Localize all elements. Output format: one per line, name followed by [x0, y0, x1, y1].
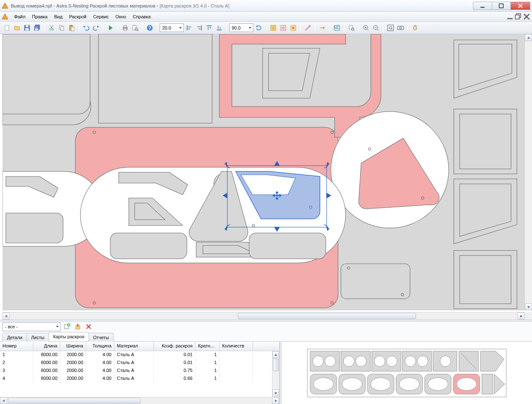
grid-icon[interactable]: [279, 23, 288, 32]
tab-sheets[interactable]: Листы: [27, 333, 49, 342]
sheet-preview[interactable]: [282, 342, 532, 404]
col-thickness[interactable]: Толщина: [86, 342, 114, 351]
export-icon[interactable]: [73, 322, 82, 331]
table-row[interactable]: 38000.002000.004.00Сталь A0.751: [0, 367, 279, 375]
nc-output-icon[interactable]: NC: [332, 23, 341, 32]
tab-nesting-maps[interactable]: Карты раскроя: [49, 332, 89, 341]
svg-point-151: [428, 378, 448, 391]
svg-marker-110: [527, 37, 530, 39]
tab-reports[interactable]: Отчеты: [89, 333, 114, 342]
svg-rect-51: [220, 27, 221, 29]
print-preview-icon[interactable]: [131, 23, 140, 32]
save-all-icon[interactable]: [32, 23, 42, 32]
data-grid[interactable]: Номер Длина Ширина Толщина Материал Коэф…: [0, 342, 280, 404]
zoom-extents-icon[interactable]: [396, 23, 405, 32]
align-top-icon[interactable]: [205, 23, 214, 32]
redo-icon[interactable]: [92, 23, 101, 32]
scroll-right-icon[interactable]: [517, 312, 525, 320]
col-length[interactable]: Длина: [33, 342, 60, 351]
col-qty[interactable]: Количеств: [220, 342, 253, 351]
maximize-button[interactable]: [492, 2, 511, 10]
grid-header: Номер Длина Ширина Толщина Материал Коэф…: [0, 342, 279, 351]
angle-combo[interactable]: 90.0: [229, 23, 253, 32]
copy-icon[interactable]: [57, 23, 66, 32]
svg-text:?: ?: [148, 25, 151, 30]
svg-point-80: [400, 27, 402, 29]
add-sheet-icon[interactable]: [62, 322, 72, 331]
save-icon[interactable]: [22, 23, 32, 32]
new-icon[interactable]: [2, 23, 12, 32]
svg-rect-27: [71, 27, 74, 31]
menu-nesting[interactable]: Раскрой: [66, 13, 90, 20]
table-row[interactable]: 28000.002000.004.00Сталь A0.011: [0, 359, 279, 367]
pan-icon[interactable]: [411, 23, 420, 32]
move-arrow-icon[interactable]: [303, 23, 312, 32]
col-coef[interactable]: Коэф. раскроя: [154, 342, 195, 351]
scroll-up-icon[interactable]: [525, 34, 532, 41]
svg-line-75: [377, 29, 379, 30]
svg-marker-111: [527, 306, 530, 308]
scroll-down-icon[interactable]: [525, 303, 532, 310]
rotate-icon[interactable]: [254, 23, 263, 32]
svg-marker-29: [97, 25, 99, 28]
align-right-icon[interactable]: [195, 23, 204, 32]
svg-marker-5: [2, 14, 8, 19]
svg-marker-30: [109, 25, 113, 30]
menu-edit[interactable]: Правка: [29, 13, 51, 20]
grid-hscroll[interactable]: [0, 397, 279, 404]
open-icon[interactable]: [12, 23, 22, 32]
filter-combo[interactable]: - все -: [2, 322, 61, 331]
svg-rect-66: [349, 25, 353, 29]
paste-icon[interactable]: [67, 23, 76, 32]
col-mult[interactable]: Кратно…: [195, 342, 220, 351]
svg-marker-126: [275, 399, 277, 402]
cut-icon[interactable]: [47, 23, 56, 32]
table-row[interactable]: 18000.002000.004.00Сталь A0.011: [0, 351, 279, 359]
help-icon[interactable]: ?: [145, 23, 154, 32]
align-bottom-icon[interactable]: [215, 23, 224, 32]
menu-file[interactable]: Файл: [11, 13, 29, 20]
menu-window[interactable]: Окно: [112, 13, 130, 20]
print-icon[interactable]: [121, 23, 130, 32]
hscroll-thumb[interactable]: [238, 313, 416, 319]
scroll-left-icon[interactable]: [2, 312, 10, 320]
mdi-close-button[interactable]: [523, 13, 530, 20]
minimize-button[interactable]: [473, 2, 492, 10]
app-icon: [2, 2, 8, 9]
menu-view[interactable]: Вид: [51, 13, 66, 20]
svg-marker-28: [83, 25, 85, 28]
mdi-restore-button[interactable]: [515, 13, 522, 20]
zoom-out-icon[interactable]: [371, 23, 381, 32]
step-combo[interactable]: 20.0: [160, 23, 184, 32]
part-list-icon[interactable]: [269, 23, 278, 32]
col-material[interactable]: Материал: [114, 342, 154, 351]
layers-icon[interactable]: [289, 23, 298, 32]
svg-marker-113: [520, 315, 522, 317]
grid-vscroll[interactable]: [272, 351, 279, 397]
delete-icon[interactable]: [84, 322, 93, 331]
menu-service[interactable]: Сервис: [90, 13, 112, 20]
undo-icon[interactable]: [82, 23, 91, 32]
svg-point-138: [405, 356, 416, 367]
svg-text:NC: NC: [334, 25, 340, 30]
bottom-panel: - все - Детали Листы Карты раскроя Отчет…: [0, 322, 532, 404]
col-number[interactable]: Номер: [0, 342, 33, 351]
tab-details[interactable]: Детали: [2, 333, 27, 342]
menu-help[interactable]: Справка: [129, 13, 154, 20]
canvas-hscroll[interactable]: [2, 312, 525, 320]
close-button[interactable]: [510, 2, 530, 10]
canvas-vscroll[interactable]: [525, 34, 532, 310]
zoom-fit-icon[interactable]: [386, 23, 395, 32]
mdi-minimize-button[interactable]: [506, 13, 514, 20]
svg-point-129: [313, 356, 324, 367]
align-left-icon[interactable]: [185, 23, 194, 32]
next-icon[interactable]: [318, 23, 327, 32]
run-icon[interactable]: [106, 23, 115, 32]
zoom-window-icon[interactable]: [347, 23, 356, 32]
svg-point-141: [440, 356, 451, 367]
nesting-canvas[interactable]: [2, 34, 525, 310]
zoom-in-icon[interactable]: [361, 23, 371, 32]
svg-line-78: [391, 29, 392, 30]
col-width[interactable]: Ширина: [60, 342, 86, 351]
table-row[interactable]: 48000.002000.004.00Сталь A0.661: [0, 375, 279, 383]
